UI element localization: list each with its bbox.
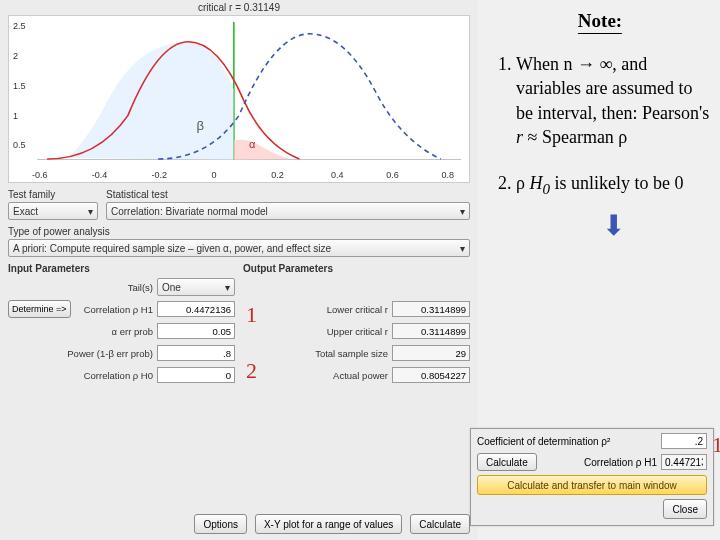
alpha-input[interactable] — [157, 323, 235, 339]
analysis-type-label: Type of power analysis — [8, 226, 470, 237]
lower-crit-label: Lower critical r — [243, 304, 388, 315]
rho-h1-input[interactable] — [157, 301, 235, 317]
calculate-transfer-button[interactable]: Calculate and transfer to main window — [477, 475, 707, 495]
xtick: 0.2 — [271, 170, 284, 180]
xtick: 0.8 — [441, 170, 454, 180]
statistical-test-select[interactable]: Correlation: Bivariate normal model▾ — [106, 202, 470, 220]
chevron-down-icon: ▾ — [225, 282, 230, 293]
annotation-1-right: 1 — [712, 432, 720, 458]
annotation-1: 1 — [246, 302, 257, 328]
ytick: 0.5 — [13, 140, 26, 150]
upper-crit-label: Upper critical r — [243, 326, 388, 337]
tails-select[interactable]: One▾ — [157, 278, 235, 296]
tails-label: Tail(s) — [22, 282, 153, 293]
ytick: 2 — [13, 51, 18, 61]
xtick: 0.6 — [386, 170, 399, 180]
xtick: 0.4 — [331, 170, 344, 180]
chevron-down-icon: ▾ — [460, 206, 465, 217]
actual-power-label: Actual power — [243, 370, 388, 381]
coef-label: Coefficient of determination ρ² — [477, 436, 657, 447]
test-family-select[interactable]: Exact▾ — [8, 202, 98, 220]
arrow-down-icon: ⬇ — [516, 207, 710, 245]
chart-area: 2.5 2 1.5 1 0.5 -0.6 -0.4 -0.2 0 0.2 0.4… — [8, 15, 470, 183]
options-button[interactable]: Options — [194, 514, 246, 534]
rho-h0-input[interactable] — [157, 367, 235, 383]
upper-crit-output — [392, 323, 470, 339]
svg-text:β: β — [197, 119, 205, 134]
alpha-label: α err prob — [8, 326, 153, 337]
rho-h1-label: Correlation ρ H1 — [75, 304, 153, 315]
annotation-2: 2 — [246, 358, 257, 384]
svg-text:α: α — [249, 138, 256, 150]
ytick: 2.5 — [13, 21, 26, 31]
rho-h0-label: Correlation ρ H0 — [8, 370, 153, 381]
coef-input[interactable] — [661, 433, 707, 449]
mini-calculate-button[interactable]: Calculate — [477, 453, 537, 471]
determine-dialog: Coefficient of determination ρ² Calculat… — [470, 428, 714, 526]
determine-button[interactable]: Determine => — [8, 300, 71, 318]
ytick: 1.5 — [13, 81, 26, 91]
note-panel: Note: When n → ∞, and variables are assu… — [490, 10, 710, 267]
lower-crit-output — [392, 301, 470, 317]
statistical-test-label: Statistical test — [106, 189, 470, 200]
xtick: 0 — [211, 170, 216, 180]
total-n-output — [392, 345, 470, 361]
total-n-label: Total sample size — [243, 348, 388, 359]
note-heading: Note: — [578, 10, 622, 34]
chevron-down-icon: ▾ — [88, 206, 93, 217]
chart-title: critical r = 0.31149 — [0, 0, 478, 15]
analysis-type-select[interactable]: A priori: Compute required sample size –… — [8, 239, 470, 257]
xy-plot-button[interactable]: X-Y plot for a range of values — [255, 514, 402, 534]
chevron-down-icon: ▾ — [460, 243, 465, 254]
note-item-1: When n → ∞, and variables are assumed to… — [516, 52, 710, 149]
mini-out-value — [661, 454, 707, 470]
power-label: Power (1-β err prob) — [8, 348, 153, 359]
test-family-label: Test family — [8, 189, 98, 200]
actual-power-output — [392, 367, 470, 383]
input-parameters-header: Input Parameters — [8, 263, 235, 274]
mini-out-label: Correlation ρ H1 — [541, 457, 657, 468]
calculate-button[interactable]: Calculate — [410, 514, 470, 534]
power-input[interactable] — [157, 345, 235, 361]
plot-canvas: β α — [37, 22, 461, 160]
xtick: -0.6 — [32, 170, 48, 180]
xtick: -0.2 — [152, 170, 168, 180]
output-parameters-header: Output Parameters — [243, 263, 470, 274]
close-button[interactable]: Close — [663, 499, 707, 519]
ytick: 1 — [13, 111, 18, 121]
note-item-2: ρ H0 is unlikely to be 0 ⬇ — [516, 171, 710, 245]
xtick: -0.4 — [92, 170, 108, 180]
gpower-app-window: critical r = 0.31149 2.5 2 1.5 1 0.5 -0.… — [0, 0, 478, 540]
